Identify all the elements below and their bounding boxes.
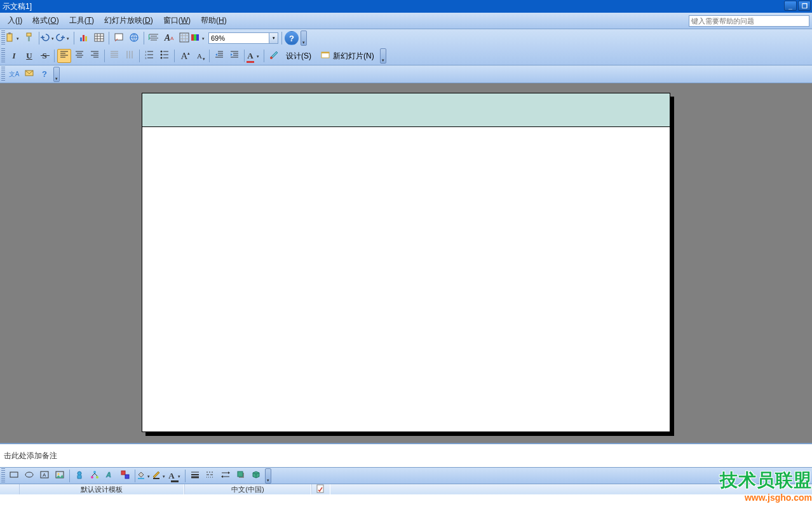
redo-button[interactable] <box>57 31 71 45</box>
menu-tools[interactable]: 工具(T) <box>64 13 99 28</box>
svg-point-78 <box>96 476 98 478</box>
bullets-button[interactable] <box>158 49 172 63</box>
toolbar-grip[interactable] <box>1 48 5 64</box>
threed-icon <box>251 470 261 482</box>
mail-icon <box>24 68 34 80</box>
bullets-icon <box>159 50 170 62</box>
line-style-button[interactable] <box>188 469 202 483</box>
underline-button[interactable]: U <box>22 49 36 63</box>
toolbar-options-button[interactable]: ▾ <box>301 31 307 46</box>
rectangle-button[interactable] <box>7 469 21 483</box>
help-search-input[interactable] <box>689 15 809 27</box>
svg-line-79 <box>92 473 95 476</box>
increase-font-icon: A <box>181 51 188 62</box>
decrease-indent-button[interactable] <box>212 49 226 63</box>
increase-indent-button[interactable] <box>227 49 241 63</box>
fill-color-button[interactable] <box>138 469 152 483</box>
menu-format[interactable]: 格式(O) <box>27 13 64 28</box>
align-center-button[interactable] <box>72 49 86 63</box>
svg-rect-0 <box>7 34 12 41</box>
help-mini-button[interactable]: ? <box>37 67 51 81</box>
new-slide-button[interactable]: 新幻灯片(N) <box>316 49 379 63</box>
expand-icon <box>149 32 159 44</box>
numbering-button[interactable]: 123 <box>142 49 156 63</box>
insert-object-button[interactable] <box>118 469 132 483</box>
menu-help[interactable]: 帮助(H) <box>196 13 232 28</box>
window-buttons: _ ❐ <box>784 1 811 11</box>
toolbar-grip[interactable] <box>1 468 5 484</box>
threed-style-button[interactable] <box>249 469 263 483</box>
svg-rect-95 <box>238 472 243 477</box>
show-grid-button[interactable] <box>177 31 191 45</box>
restore-button[interactable]: ❐ <box>798 1 811 11</box>
formatting-toolbar: I U S 123 A▴ A▾ A 设计(S) 新幻灯片(N) ▾ <box>0 47 812 65</box>
svg-rect-2 <box>27 33 31 36</box>
strikethrough-button[interactable]: S <box>37 49 51 63</box>
font-size-increase-button[interactable]: A▴ <box>177 49 191 63</box>
toolbar-options-button[interactable]: ▾ <box>380 48 386 64</box>
toolbar-separator <box>109 32 109 44</box>
align-right-button[interactable] <box>88 49 102 63</box>
font-size-decrease-button[interactable]: A▾ <box>193 49 206 63</box>
toolbar-grip[interactable] <box>1 67 5 82</box>
increase-indent-icon <box>229 50 240 62</box>
svg-rect-25 <box>196 34 199 41</box>
svg-point-74 <box>58 473 60 475</box>
toolbar-separator <box>54 50 55 62</box>
tables-borders-button[interactable] <box>112 31 126 45</box>
svg-rect-1 <box>8 32 11 34</box>
insert-picture-button[interactable] <box>53 469 67 483</box>
window-title: 示文稿1] <box>3 1 32 12</box>
svg-point-77 <box>91 476 93 478</box>
object-icon <box>120 470 130 482</box>
italic-button[interactable]: I <box>7 49 21 63</box>
menu-window[interactable]: 窗口(W) <box>158 13 196 28</box>
slide-title-placeholder[interactable] <box>142 93 670 127</box>
font-color-button[interactable]: A <box>247 49 261 63</box>
line-color-button[interactable] <box>153 469 167 483</box>
menu-slideshow[interactable]: 幻灯片放映(D) <box>99 13 158 28</box>
slide-container <box>142 93 670 432</box>
help-button[interactable]: ? <box>285 31 299 45</box>
insert-clipart-button[interactable] <box>72 469 86 483</box>
toolbar-options-button[interactable]: ▾ <box>53 67 60 82</box>
dash-style-button[interactable] <box>203 469 217 483</box>
oval-button[interactable] <box>22 469 36 483</box>
svg-rect-99 <box>317 485 323 492</box>
arrow-style-button[interactable] <box>219 469 233 483</box>
slide-design-icon-button[interactable] <box>267 49 281 63</box>
notes-pane[interactable]: 击此处添加备注 <box>0 443 812 467</box>
zoom-input[interactable] <box>208 32 269 44</box>
svg-rect-82 <box>121 471 125 475</box>
hyperlink-button[interactable] <box>127 31 141 45</box>
text-direction-button[interactable] <box>123 49 137 63</box>
insert-wordart-button[interactable]: A <box>103 469 117 483</box>
insert-chart-button[interactable] <box>77 31 91 45</box>
minimize-button[interactable]: _ <box>784 1 797 11</box>
distributed-button[interactable] <box>107 49 121 63</box>
font-color-draw-button[interactable]: A <box>168 469 182 483</box>
slide-design-button[interactable]: 设计(S) <box>281 49 316 63</box>
shadow-style-button[interactable] <box>234 469 248 483</box>
translate-button[interactable]: 文A <box>7 67 21 81</box>
align-center-icon <box>74 50 85 62</box>
format-painter-button[interactable] <box>22 31 36 45</box>
paste-button[interactable] <box>7 31 21 45</box>
insert-table-button[interactable] <box>92 31 106 45</box>
slide-canvas[interactable] <box>142 93 670 432</box>
diagram-icon <box>90 470 100 482</box>
align-left-button[interactable] <box>57 49 71 63</box>
svg-rect-67 <box>321 52 329 53</box>
expand-all-button[interactable] <box>147 31 161 45</box>
textbox-button[interactable]: A <box>37 469 51 483</box>
send-mail-button[interactable] <box>22 67 36 81</box>
status-spellcheck[interactable] <box>311 484 330 494</box>
toolbar-options-button[interactable]: ▾ <box>265 468 271 484</box>
menu-insert[interactable]: 入(I) <box>3 13 27 28</box>
zoom-dropdown[interactable]: ▾ <box>269 32 278 44</box>
color-grayscale-button[interactable] <box>193 31 206 45</box>
insert-diagram-button[interactable] <box>88 469 102 483</box>
wordart-icon: A <box>105 470 115 482</box>
undo-button[interactable] <box>42 31 56 45</box>
show-formatting-button[interactable]: AA <box>162 31 176 45</box>
